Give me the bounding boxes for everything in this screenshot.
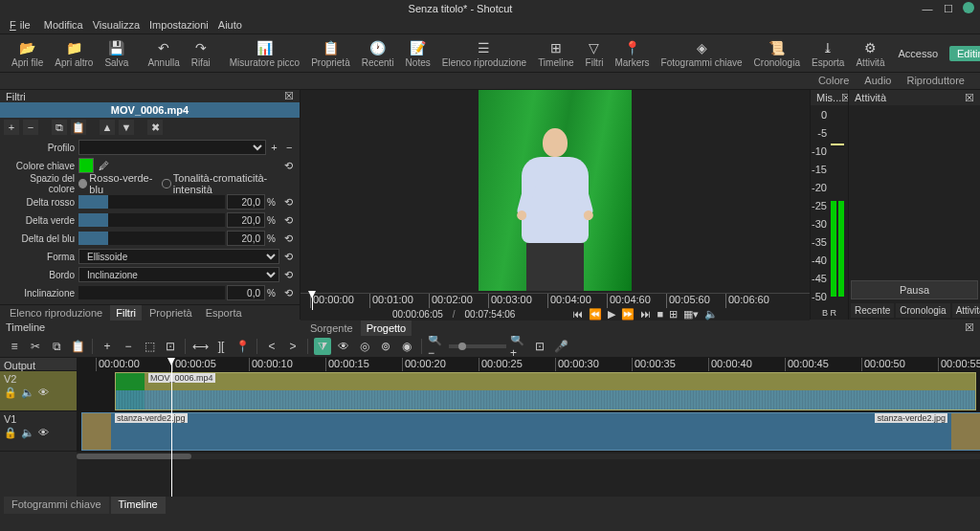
reset-icon[interactable]: ⟲ (281, 249, 296, 264)
profile-add-button[interactable]: + (268, 140, 281, 155)
subtab-audio[interactable]: Audio (858, 73, 897, 89)
copy-icon[interactable]: ⧉ (48, 338, 65, 355)
close-panel-icon[interactable]: ☒ (965, 321, 974, 334)
grid-icon[interactable]: ▦▾ (683, 308, 699, 321)
timeline-playhead[interactable] (171, 358, 172, 497)
deselect-button[interactable]: ✖ (147, 120, 163, 135)
tab-filters[interactable]: Filtri (110, 305, 142, 321)
zoom-icon[interactable]: ⊞ (669, 308, 678, 321)
peak-meter-button[interactable]: 📊Misuratore picco (224, 37, 305, 70)
history-button[interactable]: 📜Cronologia (748, 37, 806, 70)
shape-select[interactable]: Ellissoide (78, 249, 279, 264)
menu-settings[interactable]: Impostazioni (145, 17, 212, 33)
markers-button[interactable]: 📍Markers (609, 37, 655, 70)
reset-icon[interactable]: ⟲ (280, 212, 296, 228)
menu-file[interactable]: File (6, 17, 38, 33)
clip-stanza1[interactable]: stanza-verde2.jpg stanza-verde2.jpg (81, 412, 980, 451)
clip-mov0006[interactable]: MOV_0006.mp4 (115, 372, 976, 410)
delta-b-slider[interactable] (78, 232, 225, 245)
stop-icon[interactable]: ■ (657, 308, 663, 321)
minimize-icon[interactable]: — (921, 2, 934, 15)
tab-access[interactable]: Accesso (890, 46, 946, 61)
save-button[interactable]: 💾Salva (99, 37, 134, 70)
color-swatch[interactable] (78, 158, 94, 173)
volume-icon[interactable]: 🔈 (704, 308, 718, 321)
delta-r-slider[interactable] (78, 195, 225, 209)
timeline-button[interactable]: ⊞Timeline (532, 37, 579, 70)
ripple-all-icon[interactable]: ⊚ (377, 338, 394, 355)
subtab-color[interactable]: Colore (813, 73, 855, 89)
marker-out-icon[interactable]: ][ (212, 338, 230, 355)
zoom-in-icon[interactable]: 🔍+ (510, 338, 527, 355)
reset-icon[interactable]: ⟲ (281, 267, 296, 282)
tab-playlist[interactable]: Elenco riproduzione (4, 305, 108, 321)
track-header-v2[interactable]: V2 🔒🔈👁 (0, 371, 77, 411)
skip-next-icon[interactable]: ⏭ (640, 308, 651, 321)
jobs-button[interactable]: ⚙Attività (850, 37, 890, 70)
append-icon[interactable]: + (99, 338, 116, 355)
timeline-tracks-area[interactable]: 00:00:0000:00:0500:00:1000:00:1500:00:20… (77, 358, 980, 497)
delta-r-input[interactable] (227, 194, 265, 210)
move-down-button[interactable]: ▼ (119, 120, 134, 135)
redo-button[interactable]: ↷Rifai (186, 37, 216, 70)
profile-select[interactable] (78, 140, 266, 155)
hide-icon[interactable]: 👁 (38, 427, 49, 439)
close-icon[interactable] (963, 2, 974, 13)
hide-icon[interactable]: 👁 (38, 387, 49, 399)
mute-icon[interactable]: 🔈 (21, 427, 34, 439)
delta-g-input[interactable] (227, 212, 265, 228)
tab-keyframes[interactable]: Fotogrammi chiave (4, 497, 109, 514)
reset-icon[interactable]: ⟲ (280, 285, 296, 300)
zoom-slider[interactable] (449, 344, 506, 348)
skip-prev-icon[interactable]: ⏮ (572, 308, 583, 321)
move-up-button[interactable]: ▲ (100, 120, 115, 135)
tab-properties[interactable]: Proprietà (144, 305, 198, 321)
lock-icon[interactable]: 🔒 (4, 387, 17, 399)
mute-icon[interactable]: 🔈 (21, 387, 34, 399)
open-other-button[interactable]: 📁Apri altro (49, 37, 99, 70)
timeline-scrollbar[interactable] (77, 454, 980, 459)
tab-editing[interactable]: Editing (949, 46, 980, 61)
zoom-fit-icon[interactable]: ⊡ (531, 338, 548, 355)
reset-icon[interactable]: ⟲ (280, 158, 296, 173)
cut-icon[interactable]: ✂ (27, 338, 44, 355)
delta-b-input[interactable] (227, 231, 265, 246)
remove-icon[interactable]: − (120, 338, 137, 355)
menu-icon[interactable]: ≡ (6, 338, 23, 355)
close-panel-icon[interactable]: ☒ (284, 90, 294, 102)
timecode-current[interactable]: 00:00:06:05 (392, 309, 443, 320)
next-icon[interactable]: > (284, 338, 301, 355)
profile-remove-button[interactable]: − (282, 140, 296, 155)
ffwd-icon[interactable]: ⏩ (621, 308, 635, 321)
color-picker-icon[interactable]: 🖉 (96, 158, 111, 173)
tab-source[interactable]: Sorgente (304, 321, 359, 336)
preview-ruler[interactable]: 00:00:0000:01:0000:02:0000:03:0000:04:00… (301, 293, 810, 308)
hcl-radio[interactable]: Tonalità-cromaticità-intensità (162, 172, 296, 195)
copy-filter-button[interactable]: ⧉ (52, 120, 67, 135)
slope-slider[interactable] (78, 286, 225, 299)
reset-icon[interactable]: ⟲ (280, 231, 296, 246)
lift-icon[interactable]: ⬚ (141, 338, 158, 355)
tab-timeline[interactable]: Timeline (111, 497, 166, 514)
undo-button[interactable]: ↶Annulla (142, 37, 185, 70)
track-header-v1[interactable]: V1 🔒🔈👁 (0, 411, 77, 452)
ripple-markers-icon[interactable]: ◉ (398, 338, 415, 355)
delta-g-slider[interactable] (78, 213, 225, 227)
export-button[interactable]: ⤓Esporta (806, 37, 850, 70)
output-header[interactable]: Output (0, 358, 77, 371)
record-icon[interactable]: 🎤 (552, 338, 569, 355)
tab-project[interactable]: Progetto (361, 321, 412, 336)
remove-filter-button[interactable]: − (23, 120, 38, 135)
tab-recent[interactable]: Recente (851, 303, 894, 318)
timeline-ruler[interactable]: 00:00:0000:00:0500:00:1000:00:1500:00:20… (77, 358, 980, 371)
slope-input[interactable] (227, 285, 265, 300)
rgb-radio[interactable]: Rosso-verde-blu (78, 172, 160, 195)
notes-button[interactable]: 📝Notes (400, 37, 436, 70)
keyframes-button[interactable]: ◈Fotogrammi chiave (656, 37, 748, 70)
zoom-out-icon[interactable]: 🔍− (428, 338, 445, 355)
open-file-button[interactable]: 📂Apri file (6, 37, 49, 70)
play-icon[interactable]: ▶ (608, 308, 615, 321)
paste-icon[interactable]: 📋 (69, 338, 86, 355)
marker-add-icon[interactable]: 📍 (234, 338, 251, 355)
add-filter-button[interactable]: + (4, 120, 19, 135)
